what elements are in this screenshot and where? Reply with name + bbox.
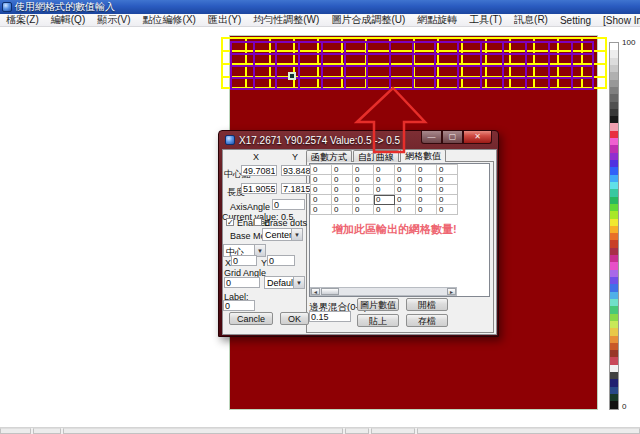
- axis-angle-input[interactable]: [272, 199, 305, 210]
- grid-cell[interactable]: 0: [332, 205, 353, 215]
- colorbar-segment: [610, 240, 618, 247]
- app-icon: [2, 2, 12, 12]
- grid-cell[interactable]: 0: [416, 175, 437, 185]
- grid-cell[interactable]: 0: [395, 165, 416, 175]
- base-mode-dropdown[interactable]: Center ▼: [262, 228, 303, 241]
- tab-1[interactable]: 函數方式: [306, 150, 352, 162]
- grid-angle-mode-dropdown[interactable]: Default ▼: [264, 276, 305, 289]
- grid-cell[interactable]: 0: [437, 185, 458, 195]
- grid-cell[interactable]: 0: [437, 175, 458, 185]
- menu-item-7[interactable]: 圖片合成調整(U): [325, 13, 411, 27]
- colorbar[interactable]: [609, 42, 619, 410]
- chevron-down-icon[interactable]: ▼: [291, 229, 302, 240]
- chevron-down-icon[interactable]: ▼: [293, 277, 304, 288]
- menu-item-10[interactable]: 訊息(R): [508, 13, 554, 27]
- grid-cell[interactable]: 0: [437, 165, 458, 175]
- horizontal-scrollbar[interactable]: ◄ ►: [310, 287, 457, 296]
- maximize-button[interactable]: ▢: [442, 131, 463, 144]
- colorbar-segment: [610, 394, 618, 401]
- colorbar-segment: [610, 357, 618, 364]
- label-input[interactable]: [223, 300, 255, 311]
- offset-x-input[interactable]: [231, 255, 257, 266]
- scroll-left-icon[interactable]: ◄: [311, 288, 320, 295]
- save-file-button[interactable]: 存檔: [406, 314, 448, 327]
- colorbar-segment: [610, 109, 618, 116]
- grid-cell[interactable]: 0: [416, 205, 437, 215]
- grid-cell[interactable]: 0: [416, 185, 437, 195]
- colorbar-segment: [610, 211, 618, 218]
- scroll-right-icon[interactable]: ►: [447, 288, 456, 295]
- menu-item-6[interactable]: 均勻性調整(W): [247, 13, 325, 27]
- grid-cell[interactable]: 0: [332, 165, 353, 175]
- grid-cell[interactable]: 0: [332, 175, 353, 185]
- open-file-button[interactable]: 開檔: [406, 298, 448, 311]
- grid-cell[interactable]: 0: [374, 205, 395, 215]
- image-values-button[interactable]: 圖片數值: [357, 298, 399, 311]
- enabled-checkbox[interactable]: ✓: [226, 218, 234, 226]
- window-title-bar[interactable]: 使用網格式的數值輸入: [0, 0, 640, 14]
- menu-item-12[interactable]: [Show Image]: [597, 15, 640, 26]
- menu-item-11[interactable]: Setting: [554, 15, 597, 26]
- center-x-input[interactable]: [241, 165, 277, 176]
- axis-angle-label: AxisAngle: [230, 202, 270, 212]
- grid-cell[interactable]: 0: [311, 175, 332, 185]
- ok-button[interactable]: OK: [280, 312, 309, 325]
- grid-cell[interactable]: 0: [311, 165, 332, 175]
- cancel-button[interactable]: Cancle: [229, 312, 273, 325]
- grid-cell[interactable]: 0: [437, 195, 458, 205]
- grid-cell[interactable]: 0: [395, 195, 416, 205]
- colorbar-segment: [610, 248, 618, 255]
- menu-item-5[interactable]: 匯出(Y): [202, 13, 247, 27]
- colorbar-segment: [610, 189, 618, 196]
- erase-dots-checkbox[interactable]: [254, 218, 262, 226]
- menu-item-3[interactable]: 顯示(V): [91, 13, 136, 27]
- colorbar-segment: [610, 219, 618, 226]
- grid-cell[interactable]: 0: [395, 185, 416, 195]
- scrollbar-thumb[interactable]: [321, 288, 339, 295]
- grid-cell[interactable]: 0: [416, 165, 437, 175]
- grid-cell[interactable]: 0: [374, 165, 395, 175]
- grid-cell[interactable]: 0: [395, 205, 416, 215]
- blend-input[interactable]: [309, 311, 351, 322]
- grid-cell[interactable]: 0: [332, 195, 353, 205]
- menu-item-8[interactable]: 網點旋轉: [411, 13, 463, 27]
- grid-cell[interactable]: 0: [353, 165, 374, 175]
- menu-item-1[interactable]: 檔案(Z): [0, 13, 45, 27]
- colorbar-segment: [610, 387, 618, 394]
- menu-item-4[interactable]: 點位編修(X): [137, 13, 202, 27]
- colorbar-min-label: 0: [622, 402, 626, 411]
- scrollbar-track[interactable]: [339, 288, 447, 295]
- close-button[interactable]: ✕: [463, 131, 492, 144]
- selected-grid-point-marker[interactable]: [288, 72, 296, 80]
- grid-cell[interactable]: 0: [374, 175, 395, 185]
- grid-cell[interactable]: 0: [353, 185, 374, 195]
- menu-item-9[interactable]: 工具(T): [463, 13, 508, 27]
- paste-button[interactable]: 貼上: [357, 314, 399, 327]
- column-header-x: X: [253, 152, 259, 162]
- colorbar-segment: [610, 153, 618, 160]
- grid-cell[interactable]: 0: [416, 195, 437, 205]
- grid-cell[interactable]: 0: [311, 195, 332, 205]
- offset-y-input[interactable]: [267, 255, 295, 266]
- grid-cell[interactable]: 0: [353, 205, 374, 215]
- grid-cell[interactable]: 0: [374, 185, 395, 195]
- grid-angle-mode-value: Default: [265, 277, 293, 288]
- menu-item-2[interactable]: 編輯(Q): [45, 13, 91, 27]
- colorbar-segment: [610, 321, 618, 328]
- grid-cell[interactable]: 0: [332, 185, 353, 195]
- grid-angle-input[interactable]: [224, 277, 260, 288]
- length-x-input[interactable]: [241, 183, 277, 194]
- grid-cell[interactable]: 0: [395, 175, 416, 185]
- colorbar-segment: [610, 80, 618, 87]
- colorbar-segment: [610, 277, 618, 284]
- grid-cell[interactable]: 0: [311, 205, 332, 215]
- grid-cell[interactable]: 0: [437, 205, 458, 215]
- grid-cell[interactable]: 0: [311, 185, 332, 195]
- grid-cell[interactable]: 0: [374, 195, 395, 205]
- colorbar-segment: [610, 116, 618, 123]
- status-segment: [33, 428, 61, 434]
- colorbar-segment: [610, 328, 618, 335]
- grid-cell[interactable]: 0: [353, 195, 374, 205]
- grid-cell[interactable]: 0: [353, 175, 374, 185]
- grid-table: 00000000000000000000000000000000000: [310, 164, 458, 215]
